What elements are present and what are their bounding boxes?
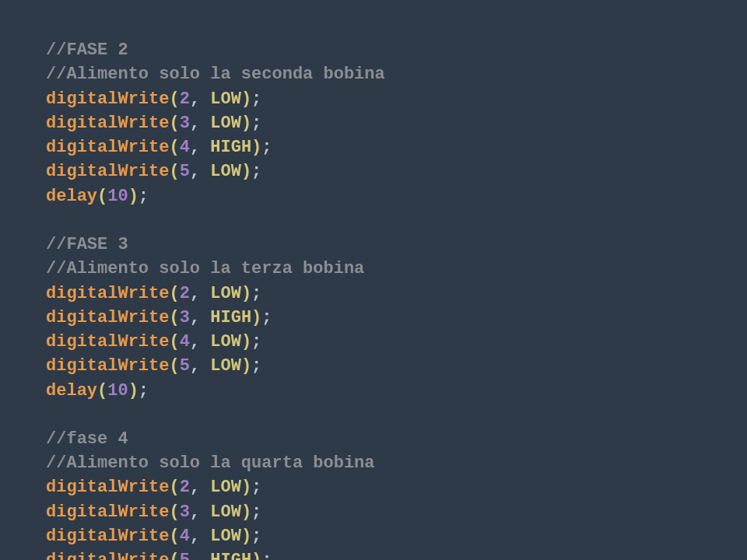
arg-val: LOW [210,356,241,376]
call-fn: digitalWrite [46,89,169,109]
arg-delay: 10 [107,381,128,401]
call-delay: delay [46,381,97,401]
comment-phase3-desc: //Alimento solo la terza bobina [46,259,364,278]
comment-phase4-desc: //Alimento solo la quarta bobina [46,453,374,473]
call-fn: digitalWrite [46,551,169,560]
call-fn: digitalWrite [46,356,169,376]
arg-pin: 4 [180,527,190,546]
call-fn: digitalWrite [46,527,169,546]
arg-val: LOW [210,162,241,181]
arg-pin: 4 [180,138,190,157]
call-fn: digitalWrite [46,162,169,181]
arg-val: LOW [210,527,241,546]
comment-phase2-title: //FASE 2 [46,40,128,60]
call-fn: digitalWrite [46,138,169,157]
call-fn: digitalWrite [46,478,169,497]
arg-val: LOW [210,478,241,497]
call-fn: digitalWrite [46,284,169,303]
arg-val: LOW [210,114,241,133]
call-delay: delay [46,187,97,206]
arg-val: LOW [210,89,241,109]
arg-pin: 2 [180,89,190,109]
comment-phase2-desc: //Alimento solo la seconda bobina [46,65,385,84]
comment-phase3-title: //FASE 3 [46,235,128,254]
arg-delay: 10 [107,187,128,206]
arg-pin: 3 [180,114,190,133]
call-fn: digitalWrite [46,308,169,327]
arg-val: LOW [210,284,241,303]
arg-pin: 4 [180,332,190,352]
code-block: //FASE 2 //Alimento solo la seconda bobi… [23,14,724,560]
arg-pin: 5 [180,356,190,376]
arg-val: LOW [210,332,241,352]
arg-val: LOW [210,502,241,522]
arg-pin: 2 [180,284,190,303]
arg-pin: 3 [180,308,190,327]
arg-val: HIGH [210,138,251,157]
call-fn: digitalWrite [46,114,169,133]
call-fn: digitalWrite [46,502,169,522]
arg-val: HIGH [210,308,251,327]
arg-pin: 5 [180,551,190,560]
call-fn: digitalWrite [46,332,169,352]
arg-pin: 3 [180,502,190,522]
arg-pin: 2 [180,478,190,497]
arg-pin: 5 [180,162,190,181]
comment-phase4-title: //fase 4 [46,429,128,449]
arg-val: HIGH [210,551,251,560]
